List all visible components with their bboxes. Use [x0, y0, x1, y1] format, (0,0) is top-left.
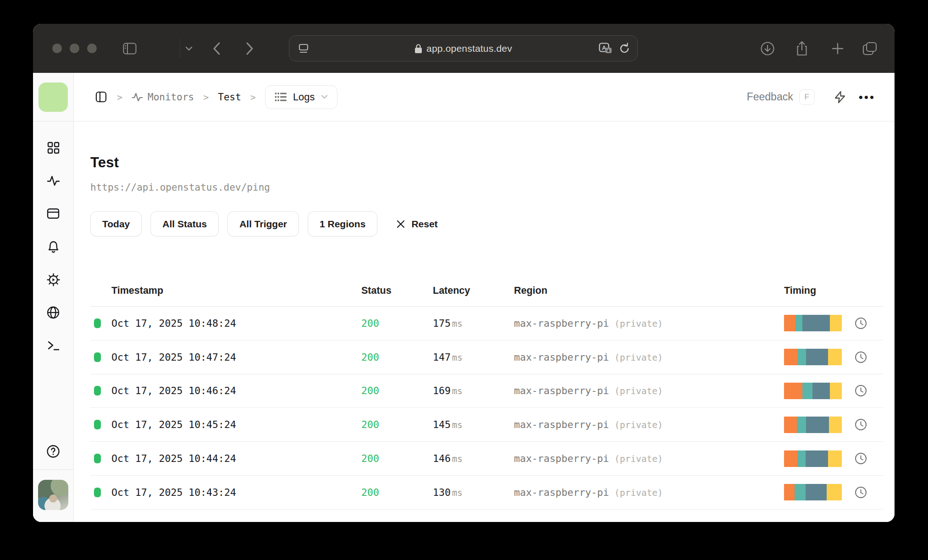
command-zap-icon[interactable]	[833, 90, 847, 104]
timing-bar	[784, 349, 842, 365]
openstatus-app: > Monitors > Test >	[33, 73, 895, 522]
row-timestamp: Oct 17, 2025 10:45:24	[111, 419, 361, 430]
activity-icon	[132, 92, 143, 102]
col-region: Region	[514, 285, 784, 296]
reset-filters-button[interactable]: Reset	[396, 219, 437, 230]
sidebar-toggle-icon[interactable]	[123, 24, 137, 73]
col-timestamp: Timestamp	[111, 285, 361, 296]
filter-period-button[interactable]: Today	[90, 211, 142, 236]
close-window-button[interactable]	[52, 44, 62, 53]
forward-button[interactable]	[246, 24, 254, 73]
timing-segment	[829, 417, 842, 433]
row-status-code: 200	[361, 318, 433, 329]
table-row[interactable]: Oct 17, 2025 10:45:24 200 145ms max-rasp…	[90, 408, 883, 442]
filter-trigger-button[interactable]: All Trigger	[227, 211, 299, 236]
timing-segment	[806, 450, 828, 467]
table-row[interactable]: Oct 17, 2025 10:46:24 200 169ms max-rasp…	[90, 374, 883, 408]
traffic-lights	[52, 44, 97, 53]
timing-bar	[784, 450, 842, 467]
sidebar-item-cli-terminal[interactable]	[46, 339, 60, 352]
timing-segment	[784, 383, 802, 399]
workspace-cell	[33, 73, 74, 121]
timing-bar	[784, 383, 842, 399]
x-icon	[396, 220, 405, 229]
row-status-code: 200	[361, 453, 433, 464]
tab-overview-button[interactable]	[862, 24, 878, 73]
breadcrumb: > Monitors > Test >	[74, 73, 747, 121]
page-settings-icon[interactable]	[298, 43, 309, 55]
downloads-button[interactable]	[760, 24, 775, 73]
clock-icon	[855, 351, 867, 363]
row-timestamp: Oct 17, 2025 10:44:24	[111, 453, 361, 464]
sidebar-item-regions-globe[interactable]	[46, 306, 60, 319]
row-timestamp: Oct 17, 2025 10:47:24	[111, 351, 361, 363]
timing-segment	[828, 349, 842, 365]
lock-icon	[414, 44, 422, 54]
row-timestamp: Oct 17, 2025 10:46:24	[111, 385, 361, 396]
back-button[interactable]	[213, 24, 221, 73]
main-content: Test https://api.openstatus.dev/ping Tod…	[74, 121, 895, 522]
breadcrumb-monitors[interactable]: Monitors	[132, 92, 194, 103]
sidebar-item-notifications[interactable]	[46, 240, 60, 253]
sidebar-item-monitors[interactable]	[46, 174, 60, 187]
clock-icon	[855, 384, 867, 397]
reload-icon[interactable]	[619, 43, 630, 55]
clock-icon	[855, 486, 867, 499]
zoom-window-button[interactable]	[87, 44, 97, 53]
row-latency: 175ms	[433, 318, 514, 329]
logs-label: Logs	[293, 91, 315, 103]
row-latency: 130ms	[433, 487, 514, 498]
feedback-button[interactable]: Feedback F	[747, 89, 815, 105]
list-rows-icon	[275, 92, 287, 102]
share-button[interactable]	[795, 24, 808, 73]
address-bar[interactable]: app.openstatus.dev A	[289, 35, 638, 61]
timing-segment	[828, 450, 842, 467]
breadcrumb-test[interactable]: Test	[218, 92, 241, 103]
timing-segment	[830, 383, 842, 399]
table-row[interactable]: Oct 17, 2025 10:43:24 200 130ms max-rasp…	[90, 476, 883, 510]
timing-segment	[802, 383, 812, 399]
clock-icon	[855, 418, 867, 431]
timing-segment	[806, 349, 828, 365]
filter-regions-button[interactable]: 1 Regions	[308, 211, 377, 236]
status-ok-dot	[94, 352, 101, 362]
col-status: Status	[361, 285, 433, 296]
row-region: max-raspberry-pi(private)	[514, 453, 784, 464]
sidebar-item-dashboard[interactable]	[46, 141, 60, 154]
translate-icon[interactable]: A	[599, 43, 613, 55]
sidebar-divider	[33, 469, 74, 470]
row-latency: 169ms	[433, 385, 514, 396]
status-ok-dot	[94, 318, 101, 328]
timing-segment	[806, 417, 829, 433]
timing-segment	[784, 484, 795, 500]
breadcrumb-separator: >	[203, 92, 209, 103]
sidebar-chevron-down-icon[interactable]	[185, 24, 193, 73]
timing-bar	[784, 484, 842, 500]
app-header: > Monitors > Test >	[33, 73, 895, 121]
timing-segment	[812, 383, 830, 399]
col-timing: Timing	[784, 285, 853, 296]
table-header-row: Timestamp Status Latency Region Timing	[90, 275, 883, 307]
table-row[interactable]: Oct 17, 2025 10:47:24 200 147ms max-rasp…	[90, 340, 883, 374]
new-tab-button[interactable]	[831, 24, 845, 73]
workspace-avatar[interactable]	[39, 82, 68, 112]
logs-dropdown[interactable]: Logs	[265, 85, 337, 109]
minimize-window-button[interactable]	[70, 44, 79, 53]
clock-icon	[855, 317, 867, 329]
row-latency: 145ms	[433, 419, 514, 430]
filter-status-button[interactable]: All Status	[150, 211, 219, 236]
sidebar-item-status-pages[interactable]	[46, 207, 60, 220]
row-latency: 146ms	[433, 453, 514, 464]
help-button[interactable]	[46, 445, 60, 458]
sidebar-item-settings[interactable]	[46, 273, 60, 286]
user-avatar[interactable]	[38, 480, 68, 510]
timing-segment	[830, 315, 842, 331]
table-row[interactable]: Oct 17, 2025 10:44:24 200 146ms max-rasp…	[90, 442, 883, 476]
table-row[interactable]: Oct 17, 2025 10:48:24 200 175ms max-rasp…	[90, 307, 883, 340]
more-menu-button[interactable]: •••	[859, 95, 875, 99]
timing-bar	[784, 417, 842, 433]
timing-segment	[797, 417, 806, 433]
panel-toggle-icon[interactable]	[94, 90, 108, 104]
header-actions: Feedback F •••	[747, 73, 895, 121]
timing-segment	[802, 315, 830, 331]
